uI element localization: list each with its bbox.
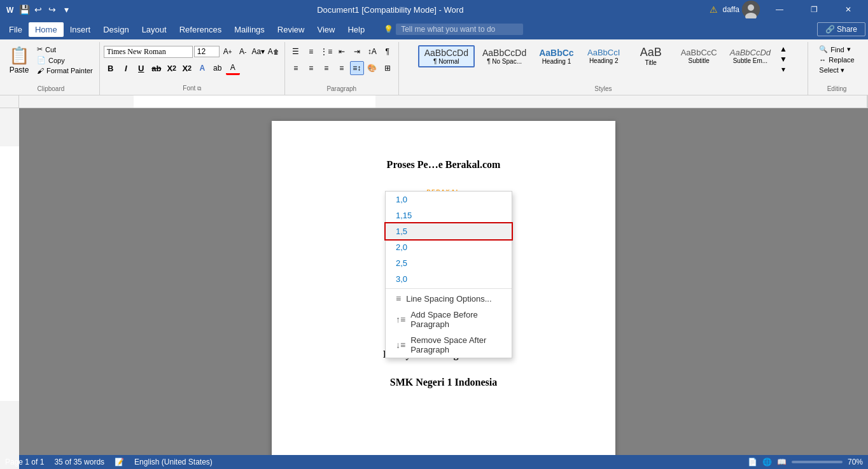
line-spacing-options[interactable]: ≡ Line Spacing Options...: [386, 290, 512, 307]
menu-layout[interactable]: Layout: [136, 22, 173, 37]
customize-qat-icon[interactable]: ▾: [61, 4, 71, 15]
paragraph-label: Paragraph: [326, 85, 356, 95]
align-center-button[interactable]: ≡: [304, 61, 318, 75]
menu-file[interactable]: File: [3, 22, 29, 37]
numbering-button[interactable]: ≡: [304, 45, 318, 59]
multilevel-list-button[interactable]: ⋮≡: [319, 45, 333, 59]
spacing-3-0[interactable]: 3,0: [386, 271, 512, 287]
styles-container: AaBbCcDd ¶ Normal AaBbCcDd ¶ No Spac... …: [418, 45, 776, 67]
font-name-input[interactable]: [104, 46, 193, 58]
sort-button[interactable]: ↕A: [365, 45, 379, 59]
menu-references[interactable]: References: [173, 22, 228, 37]
menu-mailings[interactable]: Mailings: [228, 22, 271, 37]
italic-button[interactable]: I: [119, 61, 133, 75]
restore-button[interactable]: ❐: [799, 0, 829, 19]
shading-button[interactable]: 🎨: [365, 61, 379, 75]
line-spacing-button[interactable]: ≡↕: [350, 61, 364, 75]
style-normal[interactable]: AaBbCcDd ¶ Normal: [418, 45, 475, 67]
find-button[interactable]: 🔍 Find ▾: [816, 45, 853, 54]
styles-scroll[interactable]: ▲▼▾: [778, 45, 788, 74]
close-button[interactable]: ✕: [834, 0, 863, 19]
zoom-slider[interactable]: [792, 461, 843, 463]
spacing-1-15[interactable]: 1,15: [386, 207, 512, 223]
menu-review[interactable]: Review: [271, 22, 311, 37]
redo-icon[interactable]: ↪: [47, 4, 57, 15]
paste-label: Paste: [10, 66, 29, 74]
superscript-button[interactable]: X2: [180, 61, 194, 75]
user-area: daffa: [723, 1, 760, 18]
menu-home[interactable]: Home: [29, 22, 64, 37]
style-normal-label: ¶ Normal: [433, 58, 459, 65]
menu-view[interactable]: View: [311, 22, 341, 37]
spacing-2-0[interactable]: 2,0: [386, 239, 512, 255]
web-layout-icon[interactable]: 🌐: [762, 458, 772, 466]
font-shrink-button[interactable]: A-: [236, 45, 250, 59]
add-space-before[interactable]: ↑≡ Add Space Before Paragraph: [386, 307, 512, 332]
styles-label: Styles: [594, 85, 612, 95]
style-subtle-em[interactable]: AaBbCcDd Subtle Em...: [725, 46, 776, 66]
borders-button[interactable]: ⊞: [381, 61, 395, 75]
avatar[interactable]: [742, 1, 760, 18]
clipboard-content: 📋 Paste ✂ Cut 📄 Copy 🖌 Format Painter: [6, 42, 95, 85]
justify-button[interactable]: ≡: [335, 61, 349, 75]
strikethrough-button[interactable]: ab: [150, 61, 164, 75]
font-color-button[interactable]: A: [226, 61, 240, 75]
spacing-1-0[interactable]: 1,0: [386, 192, 512, 207]
language: English (United States): [134, 458, 213, 466]
text-highlight-button[interactable]: ab: [211, 61, 225, 75]
horizontal-ruler: [19, 95, 868, 108]
increase-indent-button[interactable]: ⇥: [350, 45, 364, 59]
replace-button[interactable]: ↔ Replace: [816, 55, 857, 64]
bullets-button[interactable]: ☰: [289, 45, 303, 59]
menu-insert[interactable]: Insert: [64, 22, 97, 37]
spacing-options-label: Line Spacing Options...: [406, 294, 491, 304]
save-icon[interactable]: 💾: [19, 4, 29, 15]
decrease-indent-button[interactable]: ⇤: [335, 45, 349, 59]
copy-button[interactable]: 📄 Copy: [34, 55, 95, 65]
lightbulb-icon: 💡: [384, 25, 393, 34]
style-subtitle-preview: AaBbCcC: [681, 48, 717, 57]
style-heading2[interactable]: AaBbCcI Heading 2: [582, 46, 626, 66]
line-spacing-dropdown: 1,0 1,15 1,5 2,0 2,5 3,0 ≡ Line Spacing …: [385, 191, 512, 358]
subscript-button[interactable]: X2: [165, 61, 179, 75]
proofing-icon: 📝: [115, 458, 124, 466]
align-left-button[interactable]: ≡: [289, 61, 303, 75]
svg-text:W: W: [6, 6, 14, 15]
cut-button[interactable]: ✂ Cut: [34, 45, 95, 54]
bold-button[interactable]: B: [104, 61, 118, 75]
minimize-button[interactable]: —: [765, 0, 794, 19]
style-subtitle[interactable]: AaBbCcC Subtitle: [676, 46, 722, 66]
font-dialog-launcher[interactable]: ⧉: [197, 85, 201, 92]
editing-content: 🔍 Find ▾ ↔ Replace Select ▾: [816, 42, 857, 85]
clipboard-group: 📋 Paste ✂ Cut 📄 Copy 🖌 Format Painter Cl…: [3, 42, 100, 95]
paste-button[interactable]: 📋 Paste: [6, 45, 32, 76]
clear-formatting-button[interactable]: A🗑: [267, 45, 281, 59]
username-label: daffa: [723, 5, 739, 14]
style-heading1[interactable]: AaBbCc Heading 1: [534, 46, 578, 66]
font-grow-button[interactable]: A+: [221, 45, 235, 59]
read-mode-icon[interactable]: 📖: [777, 458, 787, 466]
show-hide-button[interactable]: ¶: [381, 45, 395, 59]
undo-icon[interactable]: ↩: [33, 4, 43, 15]
spacing-2-5[interactable]: 2,5: [386, 255, 512, 271]
select-button[interactable]: Select ▾: [816, 66, 847, 75]
align-right-button[interactable]: ≡: [319, 61, 333, 75]
share-button[interactable]: 🔗 Share: [817, 22, 865, 36]
menu-help[interactable]: Help: [341, 22, 371, 37]
tell-me-area: 💡: [384, 24, 523, 35]
style-title[interactable]: AaB Title: [629, 45, 673, 67]
font-size-input[interactable]: [194, 46, 220, 57]
word-icon[interactable]: W: [5, 4, 15, 15]
style-subtle-em-preview: AaBbCcDd: [730, 48, 771, 57]
format-painter-button[interactable]: 🖌 Format Painter: [34, 66, 95, 75]
change-case-button[interactable]: Aa▾: [251, 45, 265, 59]
spacing-1-5[interactable]: 1,5: [386, 223, 512, 239]
print-layout-icon[interactable]: 📄: [748, 458, 757, 466]
remove-space-after[interactable]: ↓≡ Remove Space After Paragraph: [386, 332, 512, 358]
menu-design[interactable]: Design: [97, 22, 135, 37]
underline-button[interactable]: U: [134, 61, 148, 75]
font-label: Font ⧉: [183, 85, 201, 95]
style-no-spacing[interactable]: AaBbCcDd ¶ No Spac...: [477, 46, 531, 66]
text-effects-button[interactable]: A: [195, 61, 209, 75]
tell-me-input[interactable]: [396, 24, 523, 35]
